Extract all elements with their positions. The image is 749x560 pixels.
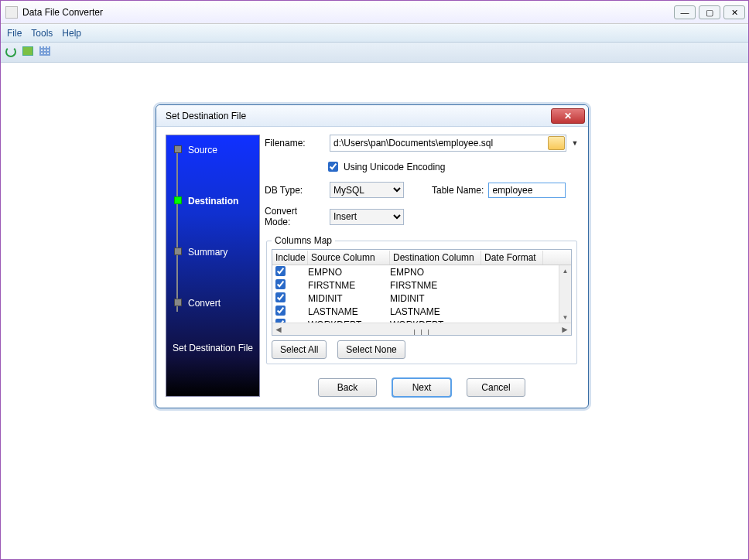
- table-row[interactable]: MIDINITMIDINIT: [272, 292, 571, 305]
- unicode-label: Using Unicode Encoding: [344, 162, 445, 172]
- dialog-title: Set Destination File: [166, 111, 246, 121]
- include-checkbox[interactable]: [275, 279, 286, 289]
- tablename-label: Table Name:: [432, 185, 484, 196]
- table-row[interactable]: EMPNOEMPNO: [272, 265, 571, 278]
- maximize-button[interactable]: ▢: [699, 5, 720, 19]
- include-checkbox[interactable]: [275, 266, 286, 276]
- minimize-button[interactable]: —: [674, 5, 696, 19]
- window-controls: — ▢ ✕: [674, 5, 748, 19]
- convertmode-label: Convert Mode:: [265, 206, 325, 227]
- scroll-down-icon[interactable]: ▼: [559, 312, 571, 323]
- toolbar: [1, 43, 748, 63]
- app-title: Data File Converter: [22, 7, 103, 18]
- scroll-right-icon[interactable]: ►: [560, 324, 569, 335]
- dbtype-label: DB Type:: [265, 185, 325, 196]
- convertmode-select[interactable]: Insert: [330, 209, 404, 225]
- dialog-titlebar: Set Destination File ✕: [156, 105, 588, 127]
- menu-file[interactable]: File: [7, 28, 22, 39]
- filename-label: Filename:: [265, 138, 325, 149]
- destination-column-cell: LASTNAME: [390, 306, 481, 317]
- wizard-step-destination[interactable]: Destination: [171, 196, 255, 247]
- wizard-nav: Source Destination Summary Convert Set D…: [166, 135, 260, 397]
- filename-dropdown-icon[interactable]: ▼: [571, 139, 579, 147]
- wizard-form: Filename: ▼ Using Unicode Encoding DB Ty…: [265, 135, 579, 397]
- header-dateformat[interactable]: Date Format: [481, 251, 543, 265]
- wizard-step-summary[interactable]: Summary: [171, 247, 255, 298]
- titlebar: Data File Converter — ▢ ✕: [1, 1, 748, 24]
- cancel-button[interactable]: Cancel: [467, 378, 525, 397]
- scroll-up-icon[interactable]: ▲: [559, 265, 571, 276]
- unicode-checkbox[interactable]: [328, 162, 338, 172]
- columns-map-group: Columns Map Include Source Column Destin…: [266, 235, 577, 364]
- select-none-button[interactable]: Select None: [337, 340, 405, 359]
- browse-button[interactable]: [548, 136, 565, 150]
- columns-map-label: Columns Map: [272, 235, 335, 246]
- include-checkbox[interactable]: [275, 306, 286, 316]
- wizard-footer: Set Destination File: [171, 343, 255, 353]
- columns-header: Include Source Column Destination Column…: [272, 250, 571, 265]
- source-column-cell: MIDINIT: [308, 293, 390, 304]
- destination-dialog: Set Destination File ✕ Source Destinatio…: [156, 104, 589, 408]
- dialog-close-button[interactable]: ✕: [551, 108, 585, 124]
- wizard-step-convert[interactable]: Convert: [171, 298, 255, 336]
- next-button[interactable]: Next: [392, 378, 451, 397]
- wizard-step-source[interactable]: Source: [171, 145, 255, 196]
- grid-icon[interactable]: [39, 46, 52, 59]
- source-column-cell: LASTNAME: [308, 306, 390, 317]
- vertical-scrollbar[interactable]: ▲ ▼: [559, 265, 571, 323]
- table-row[interactable]: FIRSTNMEFIRSTNME: [272, 278, 571, 292]
- header-source[interactable]: Source Column: [308, 251, 390, 265]
- dbtype-select[interactable]: MySQL: [330, 182, 404, 198]
- source-column-cell: EMPNO: [308, 267, 390, 278]
- tablename-input[interactable]: [488, 183, 566, 198]
- destination-column-cell: FIRSTNME: [390, 280, 481, 291]
- open-folder-icon[interactable]: [22, 46, 35, 59]
- table-row[interactable]: LASTNAMELASTNAME: [272, 305, 571, 318]
- close-button[interactable]: ✕: [723, 5, 745, 19]
- scroll-left-icon[interactable]: ◄: [274, 324, 283, 335]
- menu-tools[interactable]: Tools: [31, 28, 53, 39]
- menubar: File Tools Help: [1, 24, 748, 43]
- back-button[interactable]: Back: [318, 378, 377, 397]
- header-include[interactable]: Include: [272, 251, 308, 265]
- refresh-icon[interactable]: [5, 46, 18, 59]
- select-all-button[interactable]: Select All: [272, 340, 327, 359]
- destination-column-cell: EMPNO: [390, 267, 481, 278]
- app-icon: [5, 6, 18, 19]
- menu-help[interactable]: Help: [62, 28, 81, 39]
- source-column-cell: FIRSTNME: [308, 280, 390, 291]
- header-destination[interactable]: Destination Column: [390, 251, 481, 265]
- filename-field-wrap: [330, 135, 566, 152]
- workarea: Set Destination File ✕ Source Destinatio…: [1, 63, 748, 560]
- include-checkbox[interactable]: [275, 292, 286, 302]
- columns-table: Include Source Column Destination Column…: [272, 249, 572, 336]
- horizontal-scrollbar[interactable]: ◄ ╷╷╷ ►: [272, 323, 571, 335]
- destination-column-cell: MIDINIT: [390, 293, 481, 304]
- filename-input[interactable]: [330, 136, 548, 150]
